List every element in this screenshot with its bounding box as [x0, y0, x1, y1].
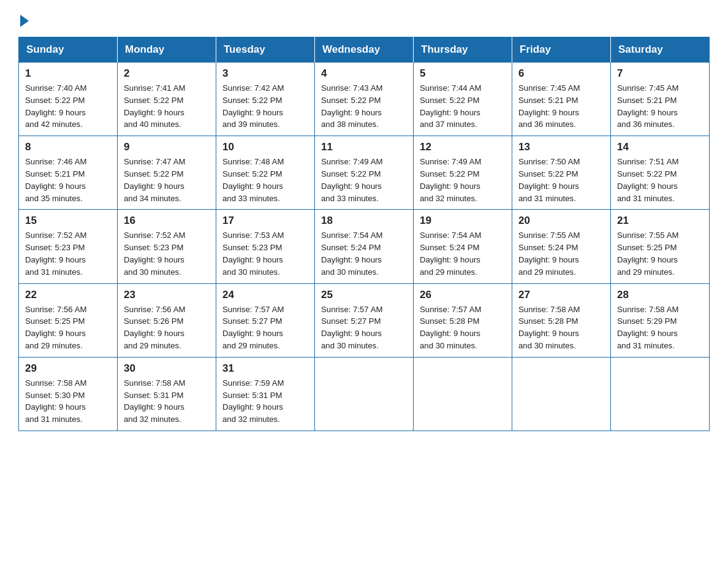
- day-number: 24: [222, 289, 308, 301]
- table-row: [315, 357, 414, 431]
- day-number: 22: [25, 289, 111, 301]
- day-info: Sunrise: 7:57 AMSunset: 5:27 PMDaylight:…: [321, 304, 407, 352]
- day-number: 2: [124, 67, 210, 80]
- table-row: [611, 357, 710, 431]
- table-row: 30 Sunrise: 7:58 AMSunset: 5:31 PMDaylig…: [118, 357, 216, 431]
- day-info: Sunrise: 7:57 AMSunset: 5:28 PMDaylight:…: [420, 304, 506, 352]
- table-row: 20 Sunrise: 7:55 AMSunset: 5:24 PMDaylig…: [512, 210, 611, 283]
- day-info: Sunrise: 7:44 AMSunset: 5:22 PMDaylight:…: [420, 82, 506, 131]
- calendar-header-row: Sunday Monday Tuesday Wednesday Thursday…: [19, 37, 710, 63]
- day-number: 21: [617, 215, 703, 227]
- col-thursday: Thursday: [414, 37, 512, 63]
- table-row: 5 Sunrise: 7:44 AMSunset: 5:22 PMDayligh…: [414, 63, 512, 136]
- day-info: Sunrise: 7:53 AMSunset: 5:23 PMDaylight:…: [222, 229, 308, 278]
- table-row: 9 Sunrise: 7:47 AMSunset: 5:22 PMDayligh…: [118, 136, 216, 210]
- table-row: 15 Sunrise: 7:52 AMSunset: 5:23 PMDaylig…: [19, 210, 118, 283]
- col-saturday: Saturday: [611, 37, 710, 63]
- day-info: Sunrise: 7:52 AMSunset: 5:23 PMDaylight:…: [25, 229, 111, 278]
- col-wednesday: Wednesday: [315, 37, 414, 63]
- table-row: 8 Sunrise: 7:46 AMSunset: 5:21 PMDayligh…: [19, 136, 118, 210]
- day-number: 15: [25, 215, 111, 227]
- table-row: 21 Sunrise: 7:55 AMSunset: 5:25 PMDaylig…: [611, 210, 710, 283]
- day-number: 17: [222, 215, 308, 227]
- calendar-week-row: 29 Sunrise: 7:58 AMSunset: 5:30 PMDaylig…: [19, 357, 710, 431]
- day-number: 23: [124, 289, 210, 301]
- day-number: 26: [420, 289, 506, 301]
- day-number: 1: [25, 67, 111, 80]
- day-info: Sunrise: 7:58 AMSunset: 5:31 PMDaylight:…: [124, 377, 210, 426]
- day-number: 11: [321, 141, 407, 153]
- table-row: 1 Sunrise: 7:40 AMSunset: 5:22 PMDayligh…: [19, 63, 118, 136]
- day-info: Sunrise: 7:45 AMSunset: 5:21 PMDaylight:…: [518, 82, 604, 131]
- day-info: Sunrise: 7:50 AMSunset: 5:22 PMDaylight:…: [518, 156, 604, 204]
- table-row: 17 Sunrise: 7:53 AMSunset: 5:23 PMDaylig…: [216, 210, 315, 283]
- day-number: 6: [518, 67, 604, 80]
- day-info: Sunrise: 7:47 AMSunset: 5:22 PMDaylight:…: [124, 156, 210, 204]
- col-tuesday: Tuesday: [216, 37, 315, 63]
- table-row: 7 Sunrise: 7:45 AMSunset: 5:21 PMDayligh…: [611, 63, 710, 136]
- day-number: 30: [124, 362, 210, 375]
- table-row: 12 Sunrise: 7:49 AMSunset: 5:22 PMDaylig…: [414, 136, 512, 210]
- day-number: 31: [222, 362, 308, 375]
- table-row: 23 Sunrise: 7:56 AMSunset: 5:26 PMDaylig…: [118, 283, 216, 357]
- page-header: [18, 12, 710, 26]
- table-row: 22 Sunrise: 7:56 AMSunset: 5:25 PMDaylig…: [19, 283, 118, 357]
- day-number: 10: [222, 141, 308, 153]
- day-number: 5: [420, 67, 506, 80]
- day-info: Sunrise: 7:55 AMSunset: 5:24 PMDaylight:…: [518, 229, 604, 278]
- table-row: 3 Sunrise: 7:42 AMSunset: 5:22 PMDayligh…: [216, 63, 315, 136]
- calendar-week-row: 1 Sunrise: 7:40 AMSunset: 5:22 PMDayligh…: [19, 63, 710, 136]
- day-info: Sunrise: 7:49 AMSunset: 5:22 PMDaylight:…: [420, 156, 506, 204]
- day-info: Sunrise: 7:46 AMSunset: 5:21 PMDaylight:…: [25, 156, 111, 204]
- day-info: Sunrise: 7:57 AMSunset: 5:27 PMDaylight:…: [222, 304, 308, 352]
- logo-arrow-icon: [20, 15, 29, 27]
- table-row: 26 Sunrise: 7:57 AMSunset: 5:28 PMDaylig…: [414, 283, 512, 357]
- day-number: 4: [321, 67, 407, 80]
- table-row: 14 Sunrise: 7:51 AMSunset: 5:22 PMDaylig…: [611, 136, 710, 210]
- calendar-table: Sunday Monday Tuesday Wednesday Thursday…: [18, 37, 710, 431]
- calendar-week-row: 8 Sunrise: 7:46 AMSunset: 5:21 PMDayligh…: [19, 136, 710, 210]
- table-row: 25 Sunrise: 7:57 AMSunset: 5:27 PMDaylig…: [315, 283, 414, 357]
- table-row: 10 Sunrise: 7:48 AMSunset: 5:22 PMDaylig…: [216, 136, 315, 210]
- day-info: Sunrise: 7:54 AMSunset: 5:24 PMDaylight:…: [420, 229, 506, 278]
- day-info: Sunrise: 7:55 AMSunset: 5:25 PMDaylight:…: [617, 229, 703, 278]
- day-number: 9: [124, 141, 210, 153]
- table-row: 11 Sunrise: 7:49 AMSunset: 5:22 PMDaylig…: [315, 136, 414, 210]
- day-info: Sunrise: 7:52 AMSunset: 5:23 PMDaylight:…: [124, 229, 210, 278]
- day-number: 8: [25, 141, 111, 153]
- col-friday: Friday: [512, 37, 611, 63]
- table-row: 19 Sunrise: 7:54 AMSunset: 5:24 PMDaylig…: [414, 210, 512, 283]
- day-info: Sunrise: 7:45 AMSunset: 5:21 PMDaylight:…: [617, 82, 703, 131]
- day-info: Sunrise: 7:58 AMSunset: 5:28 PMDaylight:…: [518, 304, 604, 352]
- calendar-week-row: 15 Sunrise: 7:52 AMSunset: 5:23 PMDaylig…: [19, 210, 710, 283]
- day-number: 18: [321, 215, 407, 227]
- table-row: 28 Sunrise: 7:58 AMSunset: 5:29 PMDaylig…: [611, 283, 710, 357]
- col-sunday: Sunday: [19, 37, 118, 63]
- day-info: Sunrise: 7:58 AMSunset: 5:30 PMDaylight:…: [25, 377, 111, 426]
- day-info: Sunrise: 7:48 AMSunset: 5:22 PMDaylight:…: [222, 156, 308, 204]
- day-info: Sunrise: 7:58 AMSunset: 5:29 PMDaylight:…: [617, 304, 703, 352]
- table-row: 2 Sunrise: 7:41 AMSunset: 5:22 PMDayligh…: [118, 63, 216, 136]
- table-row: 6 Sunrise: 7:45 AMSunset: 5:21 PMDayligh…: [512, 63, 611, 136]
- day-number: 27: [518, 289, 604, 301]
- day-number: 13: [518, 141, 604, 153]
- day-info: Sunrise: 7:59 AMSunset: 5:31 PMDaylight:…: [222, 377, 308, 426]
- day-number: 12: [420, 141, 506, 153]
- day-info: Sunrise: 7:41 AMSunset: 5:22 PMDaylight:…: [124, 82, 210, 131]
- day-number: 7: [617, 67, 703, 80]
- logo: [18, 12, 29, 26]
- table-row: [414, 357, 512, 431]
- day-info: Sunrise: 7:51 AMSunset: 5:22 PMDaylight:…: [617, 156, 703, 204]
- table-row: 27 Sunrise: 7:58 AMSunset: 5:28 PMDaylig…: [512, 283, 611, 357]
- day-info: Sunrise: 7:56 AMSunset: 5:26 PMDaylight:…: [124, 304, 210, 352]
- table-row: 13 Sunrise: 7:50 AMSunset: 5:22 PMDaylig…: [512, 136, 611, 210]
- day-number: 25: [321, 289, 407, 301]
- col-monday: Monday: [118, 37, 216, 63]
- day-number: 3: [222, 67, 308, 80]
- day-number: 28: [617, 289, 703, 301]
- day-number: 29: [25, 362, 111, 375]
- day-info: Sunrise: 7:54 AMSunset: 5:24 PMDaylight:…: [321, 229, 407, 278]
- table-row: 29 Sunrise: 7:58 AMSunset: 5:30 PMDaylig…: [19, 357, 118, 431]
- table-row: 16 Sunrise: 7:52 AMSunset: 5:23 PMDaylig…: [118, 210, 216, 283]
- table-row: [512, 357, 611, 431]
